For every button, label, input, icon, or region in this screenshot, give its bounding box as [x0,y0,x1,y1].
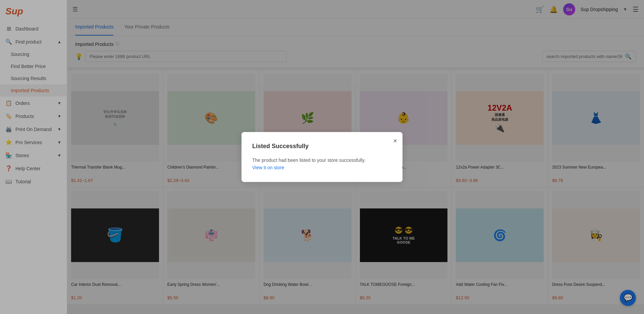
modal-overlay: × Listed Successfully The product had be… [0,0,644,314]
modal-title: Listed Successfully [252,143,392,150]
modal-body: The product had been listed to your stor… [252,156,392,172]
view-on-store-link[interactable]: View it on store [252,165,284,170]
modal-close-button[interactable]: × [393,137,397,144]
modal-body-text: The product had been listed to your stor… [252,158,365,163]
success-modal: × Listed Successfully The product had be… [241,132,402,182]
